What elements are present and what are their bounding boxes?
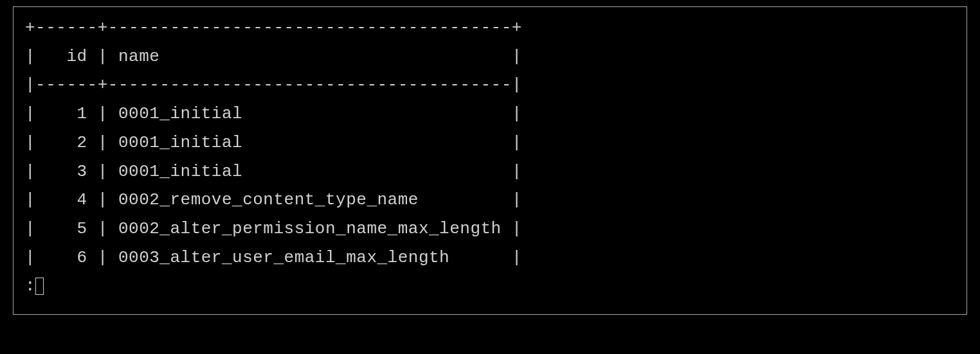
table-row: | 6 | 0003_alter_user_email_max_length | bbox=[25, 248, 522, 267]
table-output: +------+--------------------------------… bbox=[25, 13, 955, 301]
table-row: | 1 | 0001_initial | bbox=[25, 104, 522, 123]
table-row: | 4 | 0002_remove_content_type_name | bbox=[25, 190, 522, 209]
table-row: | 3 | 0001_initial | bbox=[25, 162, 522, 181]
table-header-sep: |------+--------------------------------… bbox=[25, 75, 522, 94]
terminal-window: +------+--------------------------------… bbox=[13, 6, 967, 315]
pager-prompt[interactable]: : bbox=[25, 272, 955, 301]
table-top-border: +------+--------------------------------… bbox=[25, 18, 522, 37]
table-row: | 2 | 0001_initial | bbox=[25, 133, 522, 152]
table-header-row: | id | name | bbox=[25, 47, 522, 66]
cursor-icon bbox=[35, 278, 44, 295]
table-row: | 5 | 0002_alter_permission_name_max_len… bbox=[25, 219, 522, 238]
